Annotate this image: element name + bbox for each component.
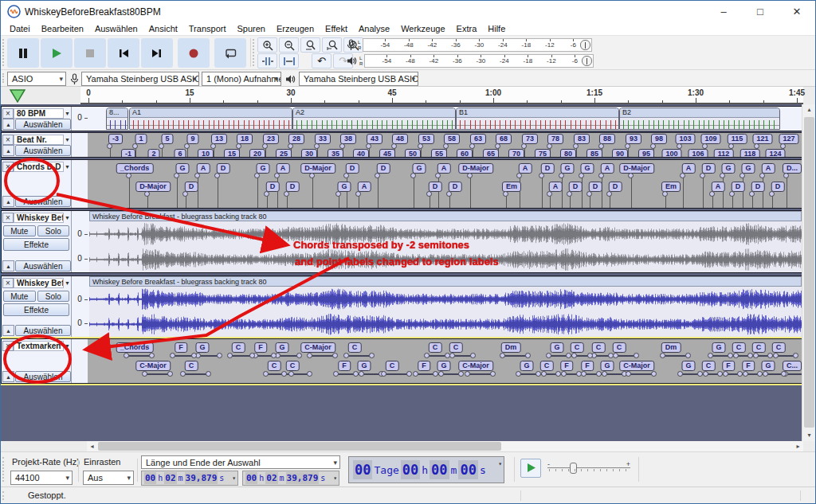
label-chip[interactable]: 25	[276, 149, 292, 157]
track-collapse-button[interactable]: ▲	[2, 371, 14, 382]
selection-mode-select[interactable]: Länge und Ende der Auswahl▾	[141, 455, 340, 469]
track-name[interactable]: Textmarken	[14, 341, 64, 351]
label-handle[interactable]	[281, 371, 287, 377]
label-chip[interactable]: D	[346, 163, 359, 174]
label-chip[interactable]: 30	[301, 149, 317, 157]
label-chip[interactable]: F	[418, 361, 430, 371]
label-handle[interactable]	[144, 191, 150, 197]
track-select-button[interactable]: Auswählen	[15, 325, 71, 336]
label-chip[interactable]: A	[762, 163, 775, 174]
rhythm-clip[interactable]: B1	[456, 107, 619, 130]
track-collapse-button[interactable]: ▲	[2, 145, 14, 156]
label-handle[interactable]	[749, 191, 755, 197]
label-handle[interactable]	[677, 371, 683, 377]
label-handle[interactable]	[438, 371, 444, 377]
label-chip[interactable]: C	[752, 342, 766, 353]
horizontal-scroll-thumb[interactable]	[98, 442, 501, 451]
label-handle[interactable]	[214, 173, 220, 178]
label-handle[interactable]	[660, 353, 665, 358]
label-chip[interactable]: Dm	[661, 342, 681, 353]
label-handle[interactable]	[167, 371, 173, 377]
time-unit[interactable]: Tage	[373, 463, 399, 477]
track-select-button[interactable]: Auswählen	[15, 196, 71, 207]
label-handle[interactable]	[410, 173, 416, 178]
menu-item-erzeugen[interactable]: Erzeugen	[271, 23, 320, 35]
zoom-out-button[interactable]	[279, 37, 299, 53]
track-collapse-button[interactable]: ▲	[2, 196, 14, 207]
label-chip[interactable]: D	[217, 163, 230, 174]
track-whiskey-bef[interactable]: ×Whiskey Bef▼MuteSoloEffekte▲Auswählen00…	[1, 210, 802, 273]
label-handle[interactable]	[288, 371, 294, 377]
label-chip[interactable]: D	[541, 163, 555, 174]
undo-button[interactable]: ↶	[312, 53, 332, 68]
label-chip[interactable]: G	[600, 361, 614, 371]
label-handle[interactable]	[767, 353, 773, 358]
label-handle[interactable]	[170, 353, 175, 358]
label-handle[interactable]	[769, 191, 775, 197]
label-handle[interactable]	[366, 143, 371, 149]
pause-button[interactable]	[7, 38, 39, 68]
scroll-right-icon[interactable]: ▸	[793, 441, 803, 451]
menu-item-auswählen[interactable]: Auswählen	[89, 23, 143, 35]
track-content[interactable]: 8...A1A2B1B2	[88, 107, 802, 131]
label-chip[interactable]: F	[254, 342, 267, 353]
clip-name[interactable]: A1	[130, 108, 292, 118]
label-handle[interactable]	[413, 371, 418, 377]
vertical-scrollbar[interactable]: ▴ ▾	[802, 104, 815, 441]
label-handle[interactable]	[469, 143, 475, 149]
time-digit-group[interactable]: 39,879	[286, 472, 320, 484]
stop-button[interactable]	[74, 38, 106, 68]
scroll-down-icon[interactable]: ▾	[802, 430, 816, 441]
time-unit[interactable]: m	[450, 463, 458, 477]
label-handle[interactable]	[288, 143, 293, 149]
label-handle[interactable]	[723, 371, 728, 377]
label-handle[interactable]	[355, 191, 361, 197]
maximize-button[interactable]: □	[742, 1, 779, 23]
label-chip[interactable]: D	[609, 182, 622, 192]
label-handle[interactable]	[555, 371, 561, 377]
selection-end-time[interactable]: 00h02m39,879s▾	[242, 471, 339, 486]
label-chip[interactable]: A	[277, 163, 290, 174]
label-handle[interactable]	[728, 143, 734, 149]
label-chip[interactable]: G	[175, 163, 189, 174]
clip-name[interactable]: Whiskey Before Breakfast - bluegrass bac…	[89, 276, 802, 287]
label-handle[interactable]	[757, 371, 763, 377]
label-handle[interactable]	[262, 143, 268, 149]
label-handle[interactable]	[467, 173, 473, 178]
track-content[interactable]: _ChordsFGCFGC-MajorCCCDmGCCCDmGCCCC-Majo…	[88, 339, 802, 383]
label-handle[interactable]	[264, 191, 269, 197]
track-menu-dropdown-icon[interactable]: ▼	[65, 215, 70, 221]
label-handle[interactable]	[343, 173, 349, 178]
label-chip[interactable]: C-Major	[458, 361, 493, 371]
label-handle[interactable]	[546, 353, 551, 358]
waveform[interactable]	[89, 287, 802, 337]
label-chip[interactable]: 55	[431, 149, 447, 157]
label-handle[interactable]	[728, 353, 733, 358]
label-handle[interactable]	[458, 371, 464, 377]
project-rate-select[interactable]: 44100▾	[10, 471, 73, 485]
label-handle[interactable]	[576, 371, 582, 377]
time-unit[interactable]: m	[279, 473, 285, 483]
audio-host-select[interactable]: ASIO▾	[7, 72, 66, 86]
label-chip[interactable]: G	[337, 182, 351, 192]
label-chip[interactable]: 124	[765, 149, 785, 157]
label-handle[interactable]	[754, 143, 759, 149]
track-name[interactable]: Chords D-D	[14, 162, 64, 172]
label-handle[interactable]	[314, 143, 320, 149]
label-chip[interactable]: D	[732, 182, 745, 192]
track-close-button[interactable]: ×	[2, 341, 14, 351]
label-handle[interactable]	[598, 173, 604, 178]
track-whiskey-bef[interactable]: ×Whiskey Bef▼MuteSoloEffekte▲Auswählen00…	[1, 275, 802, 338]
label-chip[interactable]: D	[771, 182, 785, 192]
minimize-button[interactable]: –	[705, 1, 742, 23]
label-chip[interactable]: 35	[328, 149, 343, 157]
playback-device-select[interactable]: Yamaha Steinberg USB ASIO▾	[299, 72, 418, 86]
time-unit[interactable]: h	[421, 463, 429, 477]
label-chip[interactable]: C	[286, 361, 300, 371]
label-handle[interactable]	[780, 143, 786, 149]
time-digit-group[interactable]: 00	[401, 460, 420, 479]
label-handle[interactable]	[307, 353, 312, 358]
label-handle[interactable]	[433, 371, 438, 377]
track-chords-d-d[interactable]: ×Chords D-D▼▲Auswählen_ChordsGADGAD-Majo…	[1, 159, 802, 209]
label-chip[interactable]: D-Major	[300, 163, 335, 174]
